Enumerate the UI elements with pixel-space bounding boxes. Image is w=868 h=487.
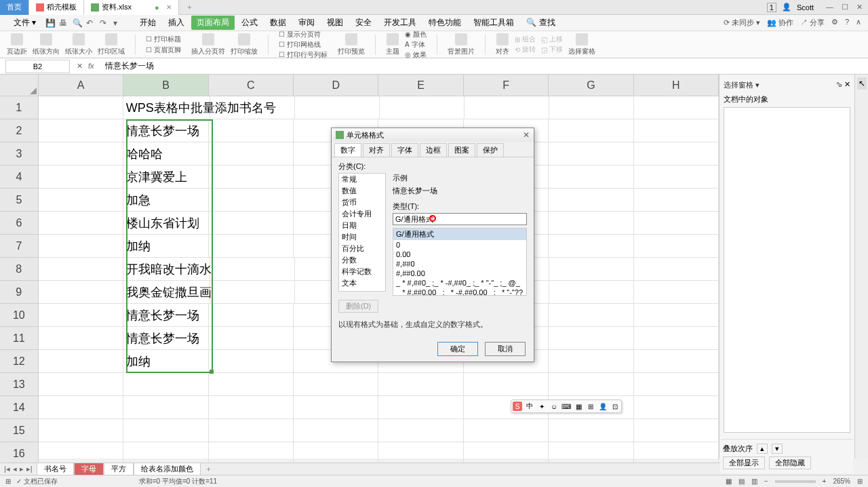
- row-header-16[interactable]: 16: [0, 442, 39, 465]
- cell-A14[interactable]: [39, 396, 123, 419]
- collapse-ribbon-icon[interactable]: ∧: [856, 18, 861, 28]
- row-header-1[interactable]: 1: [0, 96, 39, 119]
- tab-font[interactable]: 字体: [391, 143, 418, 157]
- bg-image-button[interactable]: 背景图片: [448, 33, 475, 56]
- cell-C10[interactable]: [209, 304, 294, 327]
- cell-G5[interactable]: [549, 189, 633, 212]
- cell-H1[interactable]: [634, 96, 719, 119]
- cancel-button[interactable]: 取消: [485, 342, 526, 356]
- cell-C5[interactable]: [209, 189, 294, 212]
- pagebreak-button[interactable]: 插入分页符: [191, 33, 225, 56]
- cell-H8[interactable]: [634, 258, 719, 281]
- objects-list[interactable]: [724, 107, 850, 433]
- cell-E1[interactable]: [380, 96, 465, 119]
- share-button[interactable]: ↗ 分享: [800, 18, 825, 28]
- cell-F15[interactable]: [464, 419, 549, 442]
- tab-number[interactable]: 数字: [334, 143, 361, 157]
- sheet-tab-active[interactable]: 字母: [74, 463, 104, 475]
- undo-icon[interactable]: ↶: [86, 18, 96, 28]
- cell-H4[interactable]: [634, 165, 719, 189]
- cell-A7[interactable]: [39, 235, 123, 258]
- colors-button[interactable]: ◉ 颜色: [405, 30, 427, 39]
- print-titles-button[interactable]: ☐ 打印标题: [146, 35, 181, 44]
- row-header-3[interactable]: 3: [0, 142, 39, 165]
- cell-A12[interactable]: [39, 350, 123, 373]
- cell-B1[interactable]: WPS表格中批量添加书名号: [123, 96, 210, 119]
- ime-toolbar[interactable]: S中✦☺⌨▦⊞👤⊡: [511, 400, 622, 413]
- cell-A4[interactable]: [39, 165, 123, 189]
- formula-input[interactable]: 情意长梦一场: [101, 60, 868, 72]
- view-normal-icon[interactable]: ▦: [726, 478, 732, 485]
- row-header-4[interactable]: 4: [0, 165, 39, 189]
- menu-special[interactable]: 特色功能: [423, 16, 467, 30]
- category-item[interactable]: 特殊: [339, 289, 385, 292]
- cell-H13[interactable]: [634, 373, 719, 396]
- cell-H9[interactable]: [634, 281, 719, 304]
- orientation-button[interactable]: 纸张方向: [33, 33, 60, 56]
- col-header-B[interactable]: B: [123, 75, 208, 96]
- group-button[interactable]: ⊞ 组合: [515, 35, 536, 44]
- cell-A16[interactable]: [39, 442, 123, 465]
- tab-home[interactable]: 首页: [0, 0, 29, 15]
- format-item[interactable]: 0.00: [393, 250, 526, 259]
- cell-C4[interactable]: [209, 165, 294, 189]
- align-button[interactable]: 对齐: [496, 33, 509, 56]
- close-icon[interactable]: ✕: [856, 3, 863, 12]
- cell-G12[interactable]: [549, 350, 633, 373]
- cell-B15[interactable]: [123, 419, 208, 442]
- menu-formula[interactable]: 公式: [236, 16, 263, 30]
- format-item[interactable]: 0: [393, 240, 526, 250]
- menu-security[interactable]: 安全: [350, 16, 377, 30]
- category-item[interactable]: 分数: [339, 254, 385, 266]
- rotate-button[interactable]: ⟲ 旋转: [515, 45, 536, 54]
- view-pagelayout-icon[interactable]: ▥: [751, 478, 757, 485]
- sheet-tab[interactable]: 书名号: [37, 463, 74, 475]
- cell-B7[interactable]: 加纳: [123, 235, 208, 258]
- dialog-titlebar[interactable]: 单元格格式 ✕: [332, 128, 534, 142]
- cell-G16[interactable]: [549, 442, 633, 465]
- maximize-icon[interactable]: ☐: [842, 3, 848, 12]
- layer-down-icon[interactable]: ▾: [772, 444, 783, 454]
- cell-E13[interactable]: [378, 373, 463, 396]
- cell-H7[interactable]: [634, 235, 719, 258]
- minimize-icon[interactable]: —: [826, 3, 833, 12]
- cell-A13[interactable]: [39, 373, 123, 396]
- tab-pattern[interactable]: 图案: [448, 143, 475, 157]
- cell-F1[interactable]: [465, 96, 549, 119]
- printscale-button[interactable]: 打印缩放: [231, 33, 258, 56]
- row-header-15[interactable]: 15: [0, 419, 39, 442]
- print-gridlines-check[interactable]: ☐ 打印网格线: [279, 40, 321, 50]
- sheet-tab[interactable]: 平方: [104, 463, 134, 475]
- row-header-6[interactable]: 6: [0, 212, 39, 235]
- cell-F16[interactable]: [464, 442, 549, 465]
- category-item[interactable]: 会计专用: [339, 208, 385, 220]
- row-header-14[interactable]: 14: [0, 396, 39, 419]
- row-header-9[interactable]: 9: [0, 281, 39, 304]
- cell-G7[interactable]: [549, 235, 633, 258]
- cell-B12[interactable]: 加纳: [123, 350, 208, 373]
- ime-icon-7[interactable]: 👤: [598, 402, 608, 411]
- file-menu[interactable]: 文件 ▾: [5, 16, 44, 30]
- cell-E15[interactable]: [378, 419, 463, 442]
- select-all-corner[interactable]: [0, 75, 39, 96]
- cell-D1[interactable]: [295, 96, 380, 119]
- sheet-tab[interactable]: 给表名添加颜色: [134, 463, 201, 475]
- cell-H6[interactable]: [634, 212, 719, 235]
- cell-A15[interactable]: [39, 419, 123, 442]
- ok-button[interactable]: 确定: [437, 342, 478, 356]
- cell-C13[interactable]: [209, 373, 294, 396]
- format-item[interactable]: #,##0: [393, 259, 526, 269]
- cell-C12[interactable]: [209, 350, 294, 373]
- cell-H15[interactable]: [634, 419, 719, 442]
- cell-B8[interactable]: 开我暗改十滴水: [123, 258, 210, 281]
- cell-G11[interactable]: [549, 327, 633, 350]
- ime-icon-3[interactable]: ☺: [549, 402, 559, 411]
- dialog-close-icon[interactable]: ✕: [523, 130, 530, 140]
- grid-apps-icon[interactable]: ⊞: [857, 478, 863, 485]
- row-header-8[interactable]: 8: [0, 258, 39, 281]
- cursor-tool-icon[interactable]: ↖: [857, 77, 867, 90]
- help-icon[interactable]: ?: [845, 18, 849, 28]
- ime-icon-6[interactable]: ⊞: [586, 402, 595, 411]
- printarea-button[interactable]: 打印区域: [98, 33, 125, 56]
- name-box[interactable]: B2: [5, 60, 70, 73]
